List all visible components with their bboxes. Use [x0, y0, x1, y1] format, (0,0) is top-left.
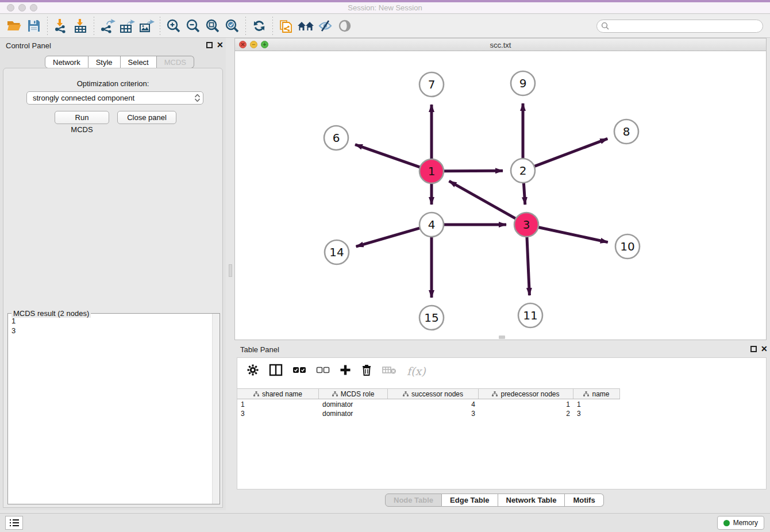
column-header-label: successor nodes	[411, 390, 463, 398]
import-table-button[interactable]	[71, 17, 90, 35]
control-panel-title: Control Panel	[6, 41, 51, 50]
mcds-result-legend: MCDS result (2 nodes)	[11, 309, 91, 318]
save-icon	[27, 19, 41, 33]
network-canvas[interactable]: 1234678910111415	[235, 51, 766, 340]
task-history-button[interactable]	[5, 516, 23, 530]
export-network-button[interactable]	[98, 17, 117, 35]
result-line: 3	[11, 326, 16, 336]
control-panel: Control Panel ✕ Network Style Select MCD…	[0, 38, 226, 510]
table-cell: 2	[479, 409, 573, 418]
node-label-15: 15	[424, 311, 438, 325]
table-cell: dominator	[319, 409, 388, 418]
column-header-name[interactable]: name	[573, 389, 620, 399]
node-table-card: f(x) shared nameMCDS rolesuccessor nodes…	[237, 357, 767, 489]
mcds-result-lines: 13	[11, 316, 16, 336]
tab-network[interactable]: Network	[45, 56, 88, 68]
close-panel-button[interactable]: Close panel	[117, 111, 176, 124]
column-header-shared-name[interactable]: shared name	[237, 389, 319, 399]
zoom-in-button[interactable]	[164, 17, 183, 35]
canvas-resize-grip[interactable]	[499, 336, 505, 339]
hide-selected-button[interactable]	[315, 17, 335, 35]
eye-icon	[337, 19, 353, 33]
node-label-14: 14	[329, 245, 344, 259]
sort-icon	[583, 391, 589, 396]
node-label-8: 8	[623, 125, 630, 138]
float-panel-icon[interactable]	[206, 42, 213, 48]
table-cell: 1	[573, 400, 620, 409]
zoom-out-button[interactable]	[183, 17, 203, 35]
search-input[interactable]	[609, 21, 763, 32]
column-header-MCDS-role[interactable]: MCDS role	[319, 389, 388, 399]
eye-slash-icon	[317, 19, 333, 33]
node-label-11: 11	[523, 309, 537, 322]
export-table-button[interactable]	[117, 17, 137, 35]
function-builder-button-disabled: f(x)	[407, 365, 426, 377]
export-image-button[interactable]	[137, 17, 156, 35]
import-network-icon	[53, 18, 68, 33]
save-session-button[interactable]	[24, 17, 44, 35]
network-view-window: ✕ − + scc.txt 1234678910111415	[234, 38, 767, 340]
zoom-fit-button[interactable]	[203, 17, 222, 35]
close-panel-icon[interactable]: ✕	[217, 40, 224, 49]
tab-network-table[interactable]: Network Table	[498, 494, 565, 507]
node-label-4: 4	[428, 218, 436, 232]
column-header-label: name	[592, 390, 609, 398]
optimization-criterion-dropdown[interactable]: strongly connected component	[26, 91, 203, 105]
zoom-selected-button[interactable]	[222, 17, 242, 35]
network-file-icon	[279, 18, 294, 34]
tab-motifs[interactable]: Motifs	[565, 494, 603, 507]
float-table-panel-icon[interactable]	[750, 346, 757, 352]
edge-2-3[interactable]	[523, 183, 525, 205]
table-cell: 1	[237, 400, 319, 409]
edge-1-2[interactable]	[444, 171, 503, 171]
open-session-button[interactable]	[5, 17, 24, 35]
node-label-2: 2	[519, 164, 527, 178]
table-settings-button[interactable]	[247, 364, 259, 379]
column-header-predecessor-nodes[interactable]: predecessor nodes	[479, 389, 573, 399]
edge-3-1[interactable]	[449, 181, 515, 219]
first-neighbors-button[interactable]	[296, 17, 315, 35]
memory-button[interactable]: Memory	[717, 516, 764, 530]
search-box[interactable]	[596, 20, 763, 33]
edge-3-11[interactable]	[527, 237, 530, 295]
node-label-7: 7	[428, 78, 436, 91]
edge-2-8[interactable]	[534, 138, 608, 166]
run-mcds-button[interactable]: Run MCDS	[55, 111, 109, 124]
split-pane-divider[interactable]	[229, 264, 232, 277]
tab-select[interactable]: Select	[121, 56, 157, 68]
edge-3-10[interactable]	[538, 227, 608, 242]
edge-1-6[interactable]	[355, 145, 420, 168]
network-graph[interactable]: 1234678910111415	[235, 51, 766, 340]
apply-layout-button[interactable]	[249, 17, 269, 35]
column-header-successor-nodes[interactable]: successor nodes	[388, 389, 479, 399]
new-network-button[interactable]	[276, 17, 296, 35]
edge-4-14[interactable]	[356, 228, 420, 246]
select-all-columns-button[interactable]	[292, 366, 306, 376]
tab-mcds[interactable]: MCDS	[157, 56, 194, 68]
table-header-row: shared nameMCDS rolesuccessor nodesprede…	[237, 388, 620, 399]
create-column-button[interactable]	[340, 364, 351, 378]
control-panel-header: Control Panel ✕	[0, 38, 226, 53]
tab-style[interactable]: Style	[88, 56, 121, 68]
mcds-tab-body: Optimization criterion: strongly connect…	[3, 68, 223, 508]
table-row[interactable]: 1dominator411	[237, 400, 766, 409]
show-all-button[interactable]	[335, 17, 355, 35]
sort-icon	[253, 391, 259, 396]
checked-boxes-icon	[292, 366, 306, 374]
optimization-criterion-label: Optimization criterion:	[3, 79, 222, 88]
delete-column-button[interactable]	[361, 364, 372, 379]
tab-node-table[interactable]: Node Table	[385, 494, 442, 507]
network-window-titlebar[interactable]: ✕ − + scc.txt	[235, 38, 766, 51]
close-table-panel-icon[interactable]: ✕	[761, 344, 768, 353]
tab-edge-table[interactable]: Edge Table	[442, 494, 498, 507]
column-view-button[interactable]	[269, 364, 283, 379]
table-row[interactable]: 3dominator323	[237, 409, 766, 418]
export-network-icon	[99, 18, 116, 33]
result-scrollbar[interactable]	[212, 314, 220, 504]
import-network-button[interactable]	[51, 17, 71, 35]
table-panel-header: Table Panel ✕	[234, 342, 770, 357]
delete-table-button-disabled	[382, 365, 397, 377]
deselect-all-columns-button[interactable]	[316, 366, 330, 376]
open-folder-icon	[6, 19, 22, 33]
memory-status-icon	[723, 520, 730, 526]
